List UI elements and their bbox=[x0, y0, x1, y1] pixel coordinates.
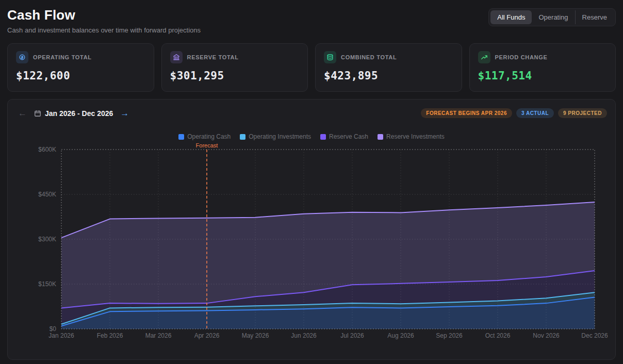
chart-panel-header: ← Jan 2026 - Dec 2026 → FORECAST BEGINS … bbox=[16, 108, 607, 119]
legend-label: Operating Investments bbox=[249, 133, 311, 140]
trend-up-icon bbox=[478, 51, 490, 63]
tab-operating[interactable]: Operating bbox=[532, 10, 575, 24]
stat-label: PERIOD CHANGE bbox=[495, 54, 548, 60]
date-range-label: Jan 2026 - Dec 2026 bbox=[45, 109, 113, 118]
legend-label: Operating Cash bbox=[187, 133, 231, 140]
stat-value: $423,895 bbox=[324, 70, 453, 82]
page-title: Cash Flow bbox=[7, 7, 201, 23]
stat-value: $301,295 bbox=[170, 70, 300, 82]
svg-text:Sep 2026: Sep 2026 bbox=[436, 332, 463, 339]
svg-text:$0: $0 bbox=[50, 325, 57, 333]
tab-all-funds[interactable]: All Funds bbox=[490, 10, 532, 24]
svg-text:Forecast: Forecast bbox=[196, 142, 218, 148]
legend-label: Reserve Investments bbox=[386, 133, 445, 140]
svg-text:$150K: $150K bbox=[38, 280, 56, 288]
stat-value: $117,514 bbox=[478, 70, 608, 82]
projected-count-badge: 9 PROJECTED bbox=[558, 108, 607, 118]
status-badges: FORECAST BEGINS APR 2026 3 ACTUAL 9 PROJ… bbox=[421, 108, 607, 118]
legend-swatch bbox=[378, 134, 383, 140]
svg-text:May 2026: May 2026 bbox=[242, 332, 269, 339]
svg-text:Jul 2026: Jul 2026 bbox=[340, 332, 364, 339]
stat-label: OPERATING TOTAL bbox=[33, 54, 92, 60]
stat-card-period-change: PERIOD CHANGE $117,514 bbox=[469, 43, 616, 92]
svg-text:Nov 2026: Nov 2026 bbox=[533, 332, 560, 339]
legend-item: Operating Investments bbox=[240, 133, 311, 140]
forecast-begins-badge: FORECAST BEGINS APR 2026 bbox=[421, 108, 512, 118]
legend-label: Reserve Cash bbox=[329, 133, 368, 140]
actual-count-badge: 3 ACTUAL bbox=[516, 108, 554, 118]
svg-text:Oct 2026: Oct 2026 bbox=[485, 332, 511, 339]
stat-value: $122,600 bbox=[16, 70, 145, 82]
chart-legend: Operating CashOperating InvestmentsReser… bbox=[16, 133, 607, 140]
svg-text:$300K: $300K bbox=[38, 236, 56, 243]
bank-icon bbox=[170, 51, 183, 63]
stat-card-reserve-total: RESERVE TOTAL $301,295 bbox=[161, 43, 308, 92]
stack-icon bbox=[324, 51, 336, 63]
stat-card-operating-total: OPERATING TOTAL $122,600 bbox=[7, 43, 154, 92]
svg-text:Aug 2026: Aug 2026 bbox=[387, 332, 414, 339]
svg-text:Jun 2026: Jun 2026 bbox=[291, 332, 317, 339]
chart-svg: $0$150K$300K$450K$600KJan 2026Feb 2026Ma… bbox=[16, 141, 608, 350]
svg-text:$600K: $600K bbox=[38, 146, 56, 153]
svg-text:Apr 2026: Apr 2026 bbox=[194, 332, 220, 339]
tab-reserve[interactable]: Reserve bbox=[575, 10, 614, 24]
legend-swatch bbox=[178, 134, 184, 140]
svg-text:Feb 2026: Feb 2026 bbox=[97, 332, 123, 339]
legend-item: Reserve Investments bbox=[378, 133, 445, 140]
svg-text:Jan 2026: Jan 2026 bbox=[48, 332, 74, 339]
funds-segmented-control: All Funds Operating Reserve bbox=[488, 8, 616, 26]
title-block: Cash Flow Cash and investment balances o… bbox=[7, 7, 201, 34]
coins-icon bbox=[16, 51, 28, 63]
stats-row: OPERATING TOTAL $122,600 RESERVE TOTAL $… bbox=[7, 43, 616, 92]
page-subtitle: Cash and investment balances over time w… bbox=[7, 26, 201, 34]
svg-text:$450K: $450K bbox=[38, 191, 56, 198]
svg-text:Dec 2026: Dec 2026 bbox=[581, 332, 608, 339]
cashflow-area-chart: $0$150K$300K$450K$600KJan 2026Feb 2026Ma… bbox=[16, 141, 607, 351]
legend-item: Reserve Cash bbox=[320, 133, 368, 140]
svg-text:Mar 2026: Mar 2026 bbox=[145, 332, 172, 339]
stat-label: COMBINED TOTAL bbox=[341, 54, 397, 60]
stat-card-combined-total: COMBINED TOTAL $423,895 bbox=[315, 43, 462, 92]
calendar-icon bbox=[34, 110, 41, 117]
legend-item: Operating Cash bbox=[178, 133, 231, 140]
cash-flow-chart-panel: ← Jan 2026 - Dec 2026 → FORECAST BEGINS … bbox=[7, 99, 616, 360]
stat-label: RESERVE TOTAL bbox=[187, 54, 239, 60]
prev-period-button[interactable]: ← bbox=[16, 108, 29, 119]
next-period-button[interactable]: → bbox=[118, 108, 131, 119]
legend-swatch bbox=[320, 134, 326, 140]
legend-swatch bbox=[240, 134, 245, 140]
page-header: Cash Flow Cash and investment balances o… bbox=[7, 7, 616, 34]
